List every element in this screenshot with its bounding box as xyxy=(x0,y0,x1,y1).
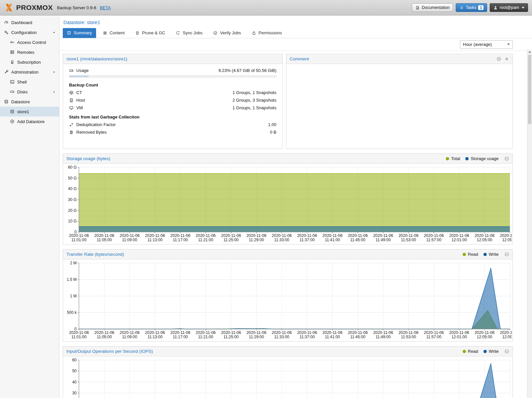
svg-text:2020-11-06: 2020-11-06 xyxy=(500,233,512,238)
svg-text:2020-11-06: 2020-11-06 xyxy=(246,330,266,335)
gear-icon[interactable] xyxy=(504,56,509,61)
svg-text:11:01:00: 11:01:00 xyxy=(71,238,87,242)
collapse-icon[interactable] xyxy=(504,349,509,354)
vertical-scrollbar[interactable] xyxy=(527,50,532,398)
panel-tools: ReadWrite xyxy=(463,349,509,354)
iops-chart-panel: Input/Output Operations per Second (IOPS… xyxy=(63,346,513,398)
user-menu-button[interactable]: root@pam xyxy=(490,3,528,12)
transfer-rate-chart-panel: Transfer Rate (bytes/second) ReadWrite 0… xyxy=(63,249,513,342)
chevron-circle-icon[interactable] xyxy=(496,56,501,61)
sidebar-item-dashboard[interactable]: Dashboard xyxy=(0,17,59,27)
trash-icon xyxy=(135,31,140,35)
summary-row-deduplication-factor: Deduplication Factor1.00 xyxy=(67,121,278,128)
svg-text:60 G: 60 G xyxy=(68,165,77,170)
sidebar-item-administration[interactable]: Administration xyxy=(0,67,59,77)
panel-title: Storage usage (bytes) xyxy=(66,156,110,161)
tab-label: Verify Jobs xyxy=(220,30,241,35)
documentation-button[interactable]: Documentation xyxy=(412,3,453,12)
sidebar-item-shell[interactable]: Shell xyxy=(0,77,59,87)
tab-prune-gc[interactable]: Prune & GC xyxy=(131,28,169,38)
sidebar-item-remotes[interactable]: Remotes xyxy=(0,47,59,57)
svg-text:2020-11-06: 2020-11-06 xyxy=(246,233,266,238)
transfer-rate-chart: 0500 k1 M1.5 M2 M2020-11-0611:01:002020-… xyxy=(64,260,512,340)
main-area: Datastore: store1 SummaryContentPrune & … xyxy=(59,16,532,398)
tab-permissions[interactable]: Permissions xyxy=(248,28,286,38)
svg-text:2020-11-06: 2020-11-06 xyxy=(424,233,444,238)
svg-text:2020-11-06: 2020-11-06 xyxy=(196,233,216,238)
svg-text:12:09:00: 12:09:00 xyxy=(502,238,512,242)
trash-icon xyxy=(69,130,74,135)
legend-item-total[interactable]: Total xyxy=(446,156,460,161)
terminal-icon xyxy=(10,80,15,84)
sidebar-item-access-control[interactable]: Access Control xyxy=(0,37,59,47)
chart-body: 010 G20 G30 G40 G50 G60 G2020-11-0611:01… xyxy=(63,164,513,244)
page-title: Datastore: store1 xyxy=(59,16,532,27)
sidebar-item-configuration[interactable]: Configuration xyxy=(0,27,59,37)
svg-text:2020-11-06: 2020-11-06 xyxy=(196,330,216,335)
svg-text:50 G: 50 G xyxy=(68,176,77,181)
svg-text:2020-11-06: 2020-11-06 xyxy=(69,330,89,335)
tab-content[interactable]: Content xyxy=(99,28,129,38)
svg-text:2020-11-06: 2020-11-06 xyxy=(272,233,292,238)
sidebar-item-store1[interactable]: store1 xyxy=(0,107,59,116)
scroll-up-arrow-icon[interactable] xyxy=(528,51,531,53)
legend-item-read[interactable]: Read xyxy=(463,252,478,257)
panel-tools: TotalStorage usage xyxy=(446,156,509,161)
panel-header: store1 (/mnt/datastores/store1) xyxy=(63,54,282,64)
scrollbar-thumb[interactable] xyxy=(528,55,531,124)
sidebar-item-label: Access Control xyxy=(17,40,46,45)
legend-dot xyxy=(483,350,487,353)
svg-text:11:49:00: 11:49:00 xyxy=(375,335,391,339)
summary-row-removed-bytes: Removed Bytes0 B xyxy=(67,128,278,136)
legend-item-read[interactable]: Read xyxy=(463,349,478,354)
tab-sync-jobs[interactable]: Sync Jobs xyxy=(172,28,206,38)
row-value: 2 Groups, 3 Snapshots xyxy=(232,98,276,103)
collapse-icon[interactable] xyxy=(504,156,509,161)
tasks-button[interactable]: Tasks 1 xyxy=(456,3,487,12)
svg-text:11:01:00: 11:01:00 xyxy=(71,335,87,339)
legend-item-write[interactable]: Write xyxy=(483,349,499,354)
svg-text:2020-11-06: 2020-11-06 xyxy=(348,233,368,238)
tab-label: Summary xyxy=(74,30,92,35)
chart-body: 01020304050602020-11-0611:01:002020-11-0… xyxy=(63,356,513,398)
beta-link[interactable]: BETA xyxy=(100,5,111,10)
tab-label: Content xyxy=(110,30,125,35)
time-range-select[interactable]: Hour (average) xyxy=(460,40,513,49)
panel-title: Input/Output Operations per Second (IOPS… xyxy=(66,349,153,354)
usage-label: Usage xyxy=(76,68,89,73)
svg-text:12:05:00: 12:05:00 xyxy=(477,238,492,242)
usage-row: Usage 9.23% (4.67 GiB of 50.56 GiB) xyxy=(67,67,278,74)
sidebar-item-add-datastore[interactable]: Add Datastore xyxy=(0,116,59,126)
backup-count-title: Backup Count xyxy=(67,80,278,89)
sidebar-item-datastore[interactable]: Datastore xyxy=(0,97,59,107)
comment-body[interactable] xyxy=(286,64,513,149)
sidebar-item-disks[interactable]: Disks xyxy=(0,87,59,97)
usage-progressbar-fill xyxy=(69,76,89,77)
wrench-icon xyxy=(4,70,9,74)
gauge-icon xyxy=(4,20,9,25)
svg-text:2020-11-06: 2020-11-06 xyxy=(297,233,317,238)
svg-text:11:21:00: 11:21:00 xyxy=(198,335,213,339)
row-value: 0 B xyxy=(270,130,276,135)
collapse-icon[interactable] xyxy=(504,252,509,257)
legend-item-write[interactable]: Write xyxy=(483,252,499,257)
svg-text:11:45:00: 11:45:00 xyxy=(350,335,365,339)
tab-verify-jobs[interactable]: Verify Jobs xyxy=(209,28,245,38)
svg-text:2020-11-06: 2020-11-06 xyxy=(424,330,444,335)
tab-summary[interactable]: Summary xyxy=(63,28,96,38)
sidebar-item-subscription[interactable]: Subscription xyxy=(0,57,59,67)
sidebar-item-label: Configuration xyxy=(11,30,37,35)
legend-item-storage-usage[interactable]: Storage usage xyxy=(465,156,499,161)
svg-text:11:13:00: 11:13:00 xyxy=(147,335,162,339)
svg-text:2020-11-06: 2020-11-06 xyxy=(120,330,140,335)
svg-text:2020-11-06: 2020-11-06 xyxy=(449,233,469,238)
row-label: CT xyxy=(76,90,82,95)
svg-text:60: 60 xyxy=(72,358,77,362)
svg-text:2020-11-06: 2020-11-06 xyxy=(120,233,140,238)
row-value: 1 Groups, 1 Snapshots xyxy=(232,90,276,95)
usage-value: 9.23% (4.67 GiB of 50.56 GiB) xyxy=(218,68,276,73)
svg-text:11:53:00: 11:53:00 xyxy=(401,335,416,339)
svg-text:11:33:00: 11:33:00 xyxy=(274,335,289,339)
svg-text:11:25:00: 11:25:00 xyxy=(224,238,239,242)
panel-title: Transfer Rate (bytes/second) xyxy=(66,252,124,257)
